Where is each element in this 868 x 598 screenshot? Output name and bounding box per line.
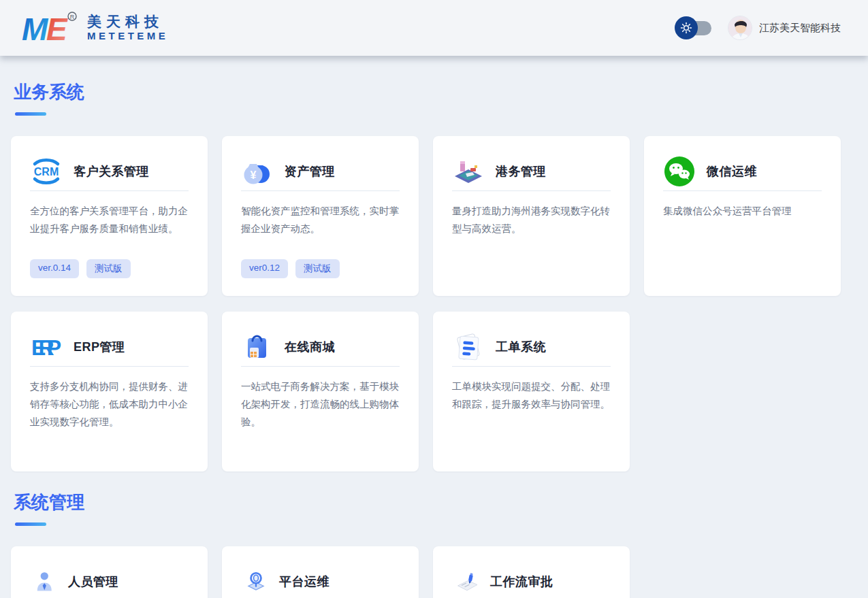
top-header: M E R 美天科技 METETEME 江苏美天智能科技 [0, 0, 868, 56]
card-head: 微信运维 [663, 155, 822, 188]
platform-icon [244, 569, 268, 594]
card-divider [452, 190, 611, 191]
card-title: 工作流审批 [490, 574, 553, 590]
toggle-knob[interactable] [675, 16, 698, 39]
section: 业务系统 客户关系管理 全方位的客户关系管理平台，助力企业提升客户服务质量和销售… [11, 80, 841, 471]
card-title: 微信运维 [707, 163, 757, 180]
main-content: 业务系统 客户关系管理 全方位的客户关系管理平台，助力企业提升客户服务质量和销售… [0, 56, 868, 598]
port-icon [452, 155, 485, 188]
card-divider [241, 190, 400, 191]
card-description: 一站式电子商务解决方案，基于模块化架构开发，打造流畅的线上购物体验。 [241, 378, 400, 431]
card-head: 人员管理 [30, 565, 189, 598]
card-title: 在线商城 [285, 339, 335, 355]
app-card[interactable]: 客户关系管理 全方位的客户关系管理平台，助力企业提升客户服务质量和销售业绩。 v… [11, 136, 208, 296]
theme-toggle[interactable] [675, 16, 713, 40]
title-underline [15, 522, 46, 526]
section: 系统管理 人员管理 平台运维 工作流审批 [11, 491, 841, 598]
personnel-icon [33, 569, 57, 594]
card-divider [30, 190, 189, 191]
card-head: 在线商城 [241, 331, 400, 363]
workflow-icon [455, 569, 479, 594]
section-title: 业务系统 [11, 80, 841, 104]
card-divider [241, 366, 400, 367]
company-logo: M E R 美天科技 METETEME [22, 10, 168, 46]
card-description: 量身打造助力海州港务实现数字化转型与高效运营。 [452, 203, 611, 238]
card-badges: ver0.12测试版 [241, 259, 340, 278]
card-head: ERP管理 [30, 331, 189, 363]
card-description: 集成微信公众号运营平台管理 [663, 203, 822, 220]
app-card[interactable]: 人员管理 [11, 546, 208, 598]
erp-icon [30, 331, 63, 363]
card-title: ERP管理 [74, 339, 125, 355]
card-title: 平台运维 [279, 574, 329, 590]
card-title: 港务管理 [496, 163, 546, 180]
sun-icon [679, 21, 693, 35]
app-card[interactable]: 微信运维 集成微信公众号运营平台管理 [644, 136, 841, 296]
card-head: 客户关系管理 [30, 155, 189, 188]
asset-icon [241, 155, 274, 188]
card-title: 客户关系管理 [74, 163, 149, 180]
version-badge: ver.0.14 [30, 259, 79, 278]
app-card[interactable]: 平台运维 [222, 546, 419, 598]
card-head: 港务管理 [452, 155, 611, 188]
version-badge: 测试版 [295, 259, 340, 278]
app-card[interactable]: 资产管理 智能化资产监控和管理系统，实时掌握企业资产动态。 ver0.12测试版 [222, 136, 419, 296]
card-title: 人员管理 [68, 574, 118, 590]
app-card[interactable]: ERP管理 支持多分支机构协同，提供财务、进销存等核心功能，低成本助力中小企业实… [11, 312, 208, 471]
svg-text:M: M [22, 12, 49, 46]
app-card[interactable]: 在线商城 一站式电子商务解决方案，基于模块化架构开发，打造流畅的线上购物体验。 [222, 312, 419, 471]
avatar-image [728, 16, 752, 40]
workorder-icon [452, 331, 485, 363]
card-head: 工作流审批 [452, 565, 611, 598]
logo-name-cn: 美天科技 [87, 14, 168, 30]
card-title: 资产管理 [285, 163, 335, 180]
user-menu[interactable]: 江苏美天智能科技 [728, 16, 841, 40]
card-grid: 人员管理 平台运维 工作流审批 [11, 546, 841, 598]
app-card[interactable]: 工作流审批 [433, 546, 630, 598]
card-divider [663, 190, 822, 191]
section-title: 系统管理 [11, 491, 841, 514]
card-head: 平台运维 [241, 565, 400, 598]
version-badge: 测试版 [86, 259, 131, 278]
svg-text:R: R [70, 14, 75, 20]
card-divider [452, 366, 611, 367]
logo-name-en: METETEME [87, 30, 168, 41]
card-divider [30, 366, 189, 367]
card-badges: ver.0.14测试版 [30, 259, 131, 278]
user-name: 江苏美天智能科技 [759, 22, 841, 35]
title-underline [15, 112, 46, 116]
card-description: 全方位的客户关系管理平台，助力企业提升客户服务质量和销售业绩。 [30, 203, 189, 238]
crm-icon [30, 155, 63, 188]
card-head: 工单系统 [452, 331, 611, 363]
app-card[interactable]: 港务管理 量身打造助力海州港务实现数字化转型与高效运营。 [433, 136, 630, 296]
version-badge: ver0.12 [241, 259, 288, 278]
svg-text:E: E [46, 12, 68, 46]
wechat-icon [663, 155, 696, 188]
card-title: 工单系统 [496, 339, 546, 355]
card-description: 工单模块实现问题提交、分配、处理和跟踪，提升服务效率与协同管理。 [452, 378, 611, 414]
card-description: 支持多分支机构协同，提供财务、进销存等核心功能，低成本助力中小企业实现数字化管理… [30, 378, 189, 431]
logo-me-mark: M E R [22, 10, 79, 46]
card-grid: 客户关系管理 全方位的客户关系管理平台，助力企业提升客户服务质量和销售业绩。 v… [11, 136, 841, 471]
avatar[interactable] [728, 16, 752, 40]
app-card[interactable]: 工单系统 工单模块实现问题提交、分配、处理和跟踪，提升服务效率与协同管理。 [433, 312, 630, 471]
mall-icon [241, 331, 274, 363]
card-head: 资产管理 [241, 155, 400, 188]
card-description: 智能化资产监控和管理系统，实时掌握企业资产动态。 [241, 203, 400, 238]
